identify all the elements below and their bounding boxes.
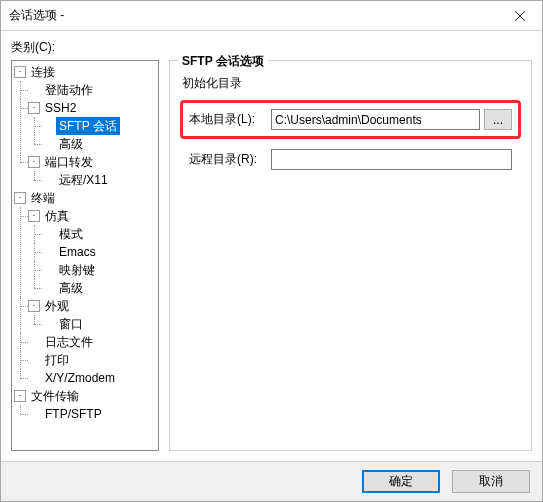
titlebar: 会话选项 - bbox=[1, 1, 542, 31]
tree-node-log-file[interactable]: 日志文件 bbox=[42, 333, 96, 351]
tree-expander[interactable]: - bbox=[28, 156, 40, 168]
tree-node-emulation[interactable]: 仿真 bbox=[42, 207, 72, 225]
tree-node-remote-x11[interactable]: 远程/X11 bbox=[56, 171, 111, 189]
dialog-content: 类别(C): -连接 登陆动作 -SSH2 SFTP 会话 高级 bbox=[1, 31, 542, 461]
tree-expander[interactable]: - bbox=[28, 300, 40, 312]
browse-button[interactable]: ... bbox=[484, 109, 512, 130]
tree-node-sftp-session[interactable]: SFTP 会话 bbox=[56, 117, 120, 135]
tree-expander[interactable]: - bbox=[14, 390, 26, 402]
remote-dir-row: 远程目录(R): bbox=[180, 149, 521, 170]
session-options-window: 会话选项 - 类别(C): -连接 登陆动作 -SSH2 SFTP bbox=[0, 0, 543, 502]
sftp-session-group: SFTP 会话选项 初始化目录 本地目录(L): ... 远程目录(R): bbox=[169, 60, 532, 451]
remote-dir-input[interactable] bbox=[271, 149, 512, 170]
tree-node-modes[interactable]: 模式 bbox=[56, 225, 86, 243]
tree-node-appearance[interactable]: 外观 bbox=[42, 297, 72, 315]
tree-node-window[interactable]: 窗口 bbox=[56, 315, 86, 333]
window-title: 会话选项 - bbox=[1, 7, 64, 24]
tree-expander[interactable]: - bbox=[28, 102, 40, 114]
local-dir-input[interactable] bbox=[271, 109, 480, 130]
tree-node-advanced2[interactable]: 高级 bbox=[56, 279, 86, 297]
tree-node-printing[interactable]: 打印 bbox=[42, 351, 72, 369]
remote-dir-label: 远程目录(R): bbox=[189, 151, 267, 168]
category-tree[interactable]: -连接 登陆动作 -SSH2 SFTP 会话 高级 bbox=[11, 60, 159, 451]
tree-node-emacs[interactable]: Emacs bbox=[56, 243, 99, 261]
tree-node-terminal[interactable]: 终端 bbox=[28, 189, 58, 207]
tree-node-xyzmodem[interactable]: X/Y/Zmodem bbox=[42, 369, 118, 387]
tree-node-advanced[interactable]: 高级 bbox=[56, 135, 86, 153]
category-label: 类别(C): bbox=[11, 39, 532, 56]
tree-expander[interactable]: - bbox=[14, 192, 26, 204]
button-bar: 确定 取消 bbox=[1, 461, 542, 501]
tree-expander[interactable]: - bbox=[14, 66, 26, 78]
local-dir-row: 本地目录(L): ... bbox=[189, 109, 512, 130]
settings-panel: SFTP 会话选项 初始化目录 本地目录(L): ... 远程目录(R): bbox=[169, 60, 532, 451]
init-dir-heading: 初始化目录 bbox=[182, 75, 521, 92]
tree-node-login-actions[interactable]: 登陆动作 bbox=[42, 81, 96, 99]
tree-node-ssh2[interactable]: SSH2 bbox=[42, 99, 79, 117]
group-title: SFTP 会话选项 bbox=[178, 53, 268, 70]
tree-node-mapped-keys[interactable]: 映射键 bbox=[56, 261, 98, 279]
tree-node-file-transfer[interactable]: 文件传输 bbox=[28, 387, 82, 405]
tree-expander[interactable]: - bbox=[28, 210, 40, 222]
close-icon bbox=[515, 11, 525, 21]
close-button[interactable] bbox=[498, 1, 542, 30]
ok-button[interactable]: 确定 bbox=[362, 470, 440, 493]
cancel-button[interactable]: 取消 bbox=[452, 470, 530, 493]
tree-node-connection[interactable]: 连接 bbox=[28, 63, 58, 81]
local-dir-label: 本地目录(L): bbox=[189, 111, 267, 128]
tree-node-ftp-sftp[interactable]: FTP/SFTP bbox=[42, 405, 105, 423]
main-area: -连接 登陆动作 -SSH2 SFTP 会话 高级 bbox=[11, 60, 532, 451]
highlight-annotation: 本地目录(L): ... bbox=[180, 100, 521, 139]
tree-node-port-forwarding[interactable]: 端口转发 bbox=[42, 153, 96, 171]
